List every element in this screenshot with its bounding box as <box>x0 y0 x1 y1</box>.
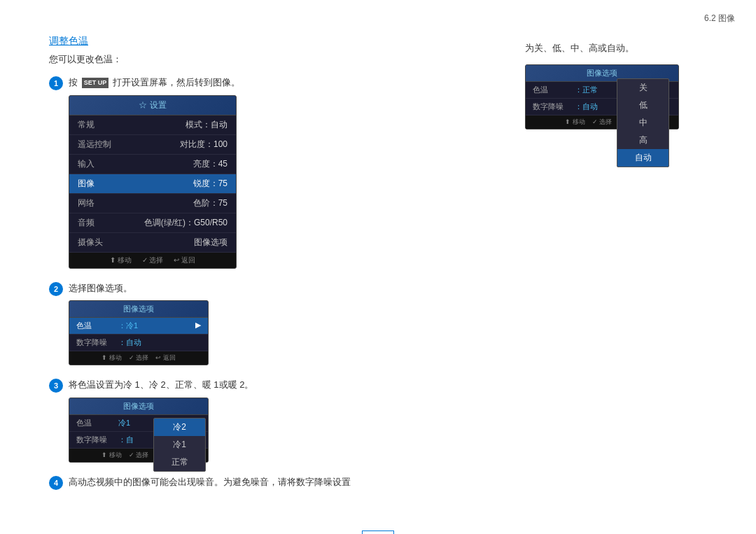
step-2-text: 选择图像选项。 <box>69 281 504 295</box>
intro-text: 您可以更改色温： <box>49 53 504 66</box>
row-value: ：75 <box>210 178 227 190</box>
dropdown-item-mid: 中 <box>617 114 668 132</box>
row-value: ：冷1 <box>118 321 195 331</box>
row-label: 数字降噪 <box>76 435 118 445</box>
row-label: 网络 <box>78 197 193 209</box>
step3-menu-title: 图像选项 <box>69 398 208 415</box>
step-2-content: 选择图像选项。 图像选项 色温 ：冷1 ▶ 数字降噪 ：自动 <box>69 281 504 366</box>
footer-move: ⬆ 移动 <box>110 255 132 265</box>
page-number-display: 47 <box>362 531 394 535</box>
row-label: 图像 <box>78 178 193 190</box>
section-title: 调整色温 <box>49 35 504 48</box>
setup-badge: SET UP <box>82 78 109 89</box>
step3-dropdown: 冷2 冷1 正常 <box>153 418 206 472</box>
right-column: 为关、低、中、高或自动。 图像选项 色温 ：正常 关 低 中 高 自动 <box>525 35 707 503</box>
right-intro-text: 为关、低、中、高或自动。 <box>525 42 707 55</box>
img-options-title: 图像选项 <box>69 301 208 318</box>
footer-move: ⬆ 移动 <box>102 451 122 460</box>
step-1: 1 按 SET UP 打开设置屏幕，然后转到图像。 ☆ 设置 常规 模式 ：自动 <box>49 76 504 269</box>
step-3-number: 3 <box>49 379 63 393</box>
img-options-footer: ⬆ 移动 ✓ 选择 ↩ 返回 <box>69 351 208 365</box>
row-value: ：正常 <box>575 85 598 95</box>
dropdown-item-cold2: 冷2 <box>154 419 205 436</box>
step-1-text-after: 打开设置屏幕，然后转到图像。 <box>113 77 240 87</box>
step-4: 4 高动态视频中的图像可能会出现噪音。为避免噪音，请将数字降噪设置 <box>49 475 504 490</box>
dropdown-item-high: 高 <box>617 132 668 149</box>
setup-menu-footer: ⬆ 移动 ✓ 选择 ↩ 返回 <box>69 253 236 268</box>
menu-row-remote: 遥远控制 对比度 ：100 <box>69 135 236 155</box>
right-menu: 图像选项 色温 ：正常 关 低 中 高 自动 数字降噪 ：自动 <box>525 64 679 129</box>
row-label: 色温 <box>76 321 118 331</box>
row-label: 遥远控制 <box>78 139 180 150</box>
row-value: ：自 <box>118 435 134 445</box>
row-label: 色温 <box>533 85 575 95</box>
footer-select: ✓ 选择 <box>129 353 149 363</box>
row-value: ：100 <box>205 139 227 150</box>
row-label: 常规 <box>78 119 186 131</box>
row-value: ：75 <box>210 197 227 209</box>
footer-select: ✓ 选择 <box>129 451 149 460</box>
setup-menu: ☆ 设置 常规 模式 ：自动 遥远控制 对比度 ：100 输入 <box>69 95 237 269</box>
dropdown-item-auto: 自动 <box>617 149 668 167</box>
dropdown-item-normal: 正常 <box>154 454 205 471</box>
step-4-text: 高动态视频中的图像可能会出现噪音。为避免噪音，请将数字降噪设置 <box>69 475 504 489</box>
menu-row-general: 常规 模式 ：自动 <box>69 115 236 135</box>
row-value: ：自动 <box>202 119 227 131</box>
section-ref: 6.2 图像 <box>704 13 735 24</box>
step3-menu: 图像选项 色温 冷1 数字降噪 ：自 ⬆ 移动 ✓ 选择 ↩ 返回 <box>69 398 209 463</box>
step-3-content: 将色温设置为冷 1、冷 2、正常、暖 1或暖 2。 图像选项 色温 冷1 数字降… <box>69 378 504 463</box>
img-options-menu: 图像选项 色温 ：冷1 ▶ 数字降噪 ：自动 ⬆ 移动 ✓ 选择 <box>69 300 209 365</box>
row-value: ：G50/R50 <box>186 217 227 229</box>
row-col: 锐度 <box>193 178 210 190</box>
footer-move: ⬆ 移动 <box>565 118 585 127</box>
step-1-number: 1 <box>49 76 63 90</box>
step-2: 2 选择图像选项。 图像选项 色温 ：冷1 ▶ 数字降噪 ：自动 <box>49 281 504 366</box>
menu-row-camera: 摄像头 图像选项 <box>69 233 236 253</box>
row-value: ：45 <box>210 158 227 170</box>
footer-back: ↩ 返回 <box>155 353 176 363</box>
setup-menu-title: ☆ 设置 <box>69 96 236 115</box>
row-col: 色阶 <box>193 197 210 209</box>
row-col: 对比度 <box>180 139 205 150</box>
step-1-text-before: 按 <box>69 77 78 87</box>
footer-move: ⬆ 移动 <box>102 353 122 363</box>
dropdown-item-off: 关 <box>617 79 668 97</box>
img-options-row-noise: 数字降噪 ：自动 <box>69 335 208 351</box>
row-col: 亮度 <box>193 158 210 170</box>
step-3: 3 将色温设置为冷 1、冷 2、正常、暖 1或暖 2。 图像选项 色温 冷1 数… <box>49 378 504 463</box>
left-column: 调整色温 您可以更改色温： 1 按 SET UP 打开设置屏幕，然后转到图像。 … <box>49 35 504 503</box>
row-value: 冷1 <box>118 418 130 428</box>
menu-row-network: 网络 色阶 ：75 <box>69 194 236 213</box>
dropdown-item-cold1: 冷1 <box>154 436 205 454</box>
menu-row-image: 图像 锐度 ：75 <box>69 174 236 194</box>
row-label: 数字降噪 <box>533 101 575 112</box>
step-1-text: 按 SET UP 打开设置屏幕，然后转到图像。 <box>69 76 504 90</box>
menu-row-input: 输入 亮度 ：45 <box>69 155 236 174</box>
step-1-content: 按 SET UP 打开设置屏幕，然后转到图像。 ☆ 设置 常规 模式 ：自动 <box>69 76 504 269</box>
footer-select: ✓ 选择 <box>142 255 164 265</box>
step-3-text: 将色温设置为冷 1、冷 2、正常、暖 1或暖 2。 <box>69 378 504 392</box>
menu-row-audio: 音频 色调(绿/红) ：G50/R50 <box>69 213 236 233</box>
step-4-content: 高动态视频中的图像可能会出现噪音。为避免噪音，请将数字降噪设置 <box>69 475 504 489</box>
row-label: 色温 <box>76 418 118 428</box>
row-value: ：自动 <box>118 337 201 348</box>
row-label: 摄像头 <box>78 237 194 248</box>
step-2-number: 2 <box>49 282 63 296</box>
right-menu-row-temp: 色温 ：正常 关 低 中 高 自动 <box>526 82 678 99</box>
arrow-right-icon: ▶ <box>195 321 201 331</box>
row-col: 图像选项 <box>194 237 227 248</box>
row-col: 模式 <box>186 119 202 131</box>
row-label: 输入 <box>78 158 193 170</box>
row-col: 色调(绿/红) <box>144 217 186 229</box>
page-navigation: ◄ 47 ► <box>49 531 707 535</box>
row-label: 数字降噪 <box>76 337 118 348</box>
row-value: ：自动 <box>575 101 598 112</box>
right-dropdown: 关 低 中 高 自动 <box>617 78 669 167</box>
step-4-number: 4 <box>49 476 63 490</box>
dropdown-item-low: 低 <box>617 97 668 114</box>
row-label: 音频 <box>78 217 144 229</box>
img-options-row-temp: 色温 ：冷1 ▶ <box>69 318 208 335</box>
footer-select: ✓ 选择 <box>592 118 612 127</box>
footer-back: ↩ 返回 <box>174 255 195 265</box>
